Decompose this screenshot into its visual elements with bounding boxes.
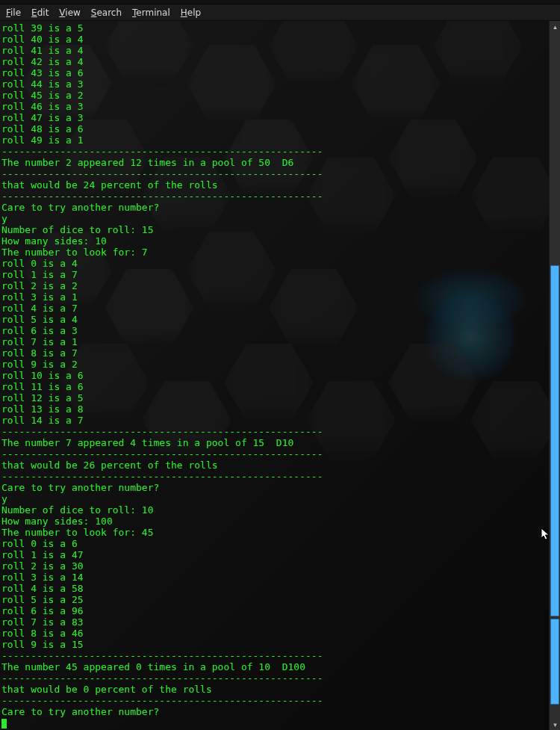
scrollbar-thumb[interactable] [550,265,559,616]
menu-terminal[interactable]: Terminal [132,7,170,18]
menu-view[interactable]: View [59,7,80,18]
scrollbar-thumb-lower[interactable] [550,619,559,705]
terminal-cursor [1,719,7,729]
scrollbar-track[interactable] [550,32,560,719]
menu-help[interactable]: Help [181,7,201,18]
menu-file[interactable]: File [6,7,21,18]
scroll-down-arrow[interactable]: ▾ [550,719,560,730]
menu-edit[interactable]: Edit [31,7,49,18]
menubar: File Edit View Search Terminal Help [0,4,560,21]
terminal-output[interactable]: roll 39 is a 5 roll 40 is a 4 roll 41 is… [0,21,549,730]
scrollbar[interactable]: ▴ ▾ [549,21,560,730]
menu-search[interactable]: Search [91,7,122,18]
scroll-up-arrow[interactable]: ▴ [550,21,560,32]
